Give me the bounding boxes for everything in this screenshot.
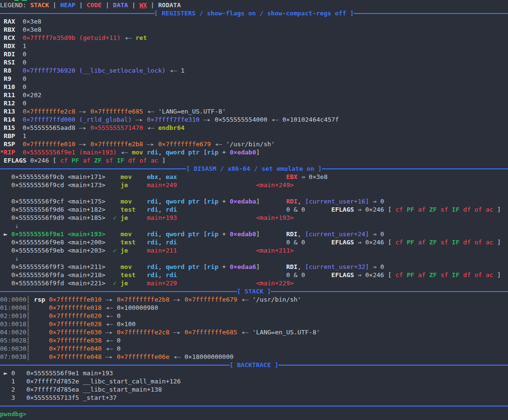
register-name: RCX (4, 34, 15, 41)
registers-section-header: [ REGISTERS / show-flags on / show-compa… (0, 9, 508, 17)
instruction-symbol: <main+185> (68, 214, 105, 221)
register-name: RAX (4, 18, 15, 25)
instruction-address: 0×55555556f9fd (11, 280, 64, 287)
text-segment (136, 239, 147, 246)
text-segment (26, 157, 30, 164)
registers-section-header-title: [ REGISTERS / show-flags on / show-compa… (154, 9, 354, 17)
text-segment: IF (452, 206, 459, 213)
text-segment: IF (452, 271, 459, 279)
instruction-address: 0×55555556f9cb (11, 173, 64, 180)
points-to-arrow-icon: —▸ (169, 329, 184, 336)
text-segment (15, 83, 23, 90)
text-segment: of (474, 239, 482, 246)
text-segment (0, 59, 4, 66)
disasm-row-current: ► 0×55555556f9e1 <main+193> mov rdi, qwo… (0, 230, 508, 238)
stack-offset: 02:0010 (0, 312, 26, 319)
mnemonic: mov (120, 198, 131, 205)
text-segment (0, 26, 4, 33)
text-segment (0, 140, 4, 148)
annotation-register: EBX (286, 173, 297, 180)
text-segment: ZF (429, 271, 437, 279)
backtrace-frame-0: ► 0 0×55555556f9e1 main+193 (0, 369, 508, 377)
text-segment: [ (384, 239, 395, 246)
legend-stack: STACK (30, 1, 49, 9)
frame-symbol: __libc_start_main+138 (83, 386, 162, 393)
text-segment: df (463, 206, 471, 213)
deref-arrow-icon: ◂— (237, 296, 252, 303)
text-segment (15, 100, 23, 107)
annotation-register: EFLAGS (331, 206, 354, 213)
text-segment: rip (207, 149, 218, 156)
text-segment: 0×555555554000 (215, 116, 267, 123)
stack-row-1: 01:0008│ 0×7fffffffe018 ◂— 0×100000980 (0, 304, 508, 312)
text-segment (64, 271, 68, 279)
text-segment: 0×7fffffffe2b8 (117, 296, 170, 303)
stack-divider: │ (26, 353, 30, 360)
text-segment (105, 239, 120, 246)
register-name: R9 (4, 75, 12, 82)
stack-row-0: 00:0000│ rsp 0×7fffffffe010 —▸ 0×7ffffff… (0, 295, 508, 304)
text-segment (414, 206, 418, 213)
text-segment (11, 67, 22, 74)
deref-arrow-icon: ◂— (102, 320, 116, 328)
text-segment: '/usr/bin/sh' (252, 296, 301, 303)
register-name: RBX (4, 26, 15, 33)
register-name: R8 (4, 67, 12, 74)
text-segment: main+249 (147, 181, 177, 189)
separator-rule (0, 365, 229, 366)
backtrace-section-header: [ BACKTRACE ] (0, 361, 508, 369)
disasm-row-main-203: 0×55555556f9eb <main+203> ✓ je main+211 … (0, 246, 508, 255)
points-to-arrow-icon: —▸ (76, 140, 90, 148)
flag-df: df (128, 157, 136, 164)
text-segment (132, 230, 147, 238)
instruction-symbol: <main+175> (68, 198, 105, 205)
text-segment: endbr64 (158, 124, 185, 131)
stack-address: 0×7fffffffe020 (49, 312, 102, 319)
text-segment (305, 239, 331, 246)
text-segment (124, 157, 128, 164)
text-segment: | (76, 1, 87, 9)
backtrace-frame-3: 3 0×5555555713f5 _start+37 (0, 394, 508, 402)
deref-arrow-icon: ◂— (143, 124, 158, 131)
command-prompt[interactable]: pwndbg> (0, 410, 508, 418)
register-row-rdi: RDI 0 (0, 50, 508, 58)
instruction-address: 0×55555556f9d9 (11, 214, 64, 221)
text-segment: [ (384, 206, 395, 213)
text-segment: 0×7ffff7ffe310 (147, 116, 200, 123)
register-value: 0 (23, 83, 26, 90)
text-segment (64, 280, 68, 287)
text-segment (177, 181, 256, 189)
flag-sf: sf (105, 157, 113, 164)
text-segment: ] (256, 198, 260, 205)
deref-arrow-icon: ◂— (165, 67, 180, 74)
instruction-symbol: <main+200> (68, 239, 105, 246)
text-segment (64, 173, 68, 180)
disasm-row-main-171: 0×55555556f9cb <main+171> mov ebx, eax E… (0, 173, 508, 181)
register-name: RBP (4, 132, 15, 140)
text-segment: main+211 (147, 247, 177, 254)
disasm-row-main-211: 0×55555556f9f3 <main+211> mov rdi, qword… (0, 263, 508, 271)
text-segment (15, 124, 23, 131)
text-segment: rdi (147, 239, 158, 246)
text-segment: qword ptr (165, 149, 199, 156)
text-segment (64, 181, 68, 189)
stack-address: 0×7fffffffe030 (49, 329, 102, 336)
text-segment: ] (256, 149, 260, 156)
text-segment (45, 296, 49, 303)
text-segment: 0×7fffffffe06e (117, 353, 170, 360)
deref-arrow-icon: ◂— (143, 108, 158, 115)
text-segment (105, 214, 113, 221)
text-segment: sf (441, 239, 448, 246)
text-segment (260, 198, 286, 205)
prompt-label[interactable]: pwndbg> (0, 410, 26, 418)
text-segment (305, 271, 331, 279)
text-segment: , (158, 271, 166, 279)
text-segment: qword ptr (165, 230, 199, 238)
text-segment (128, 247, 147, 254)
command-input[interactable] (26, 410, 30, 418)
stack-row-5: 05:0028│ 0×7fffffffe038 ◂— 0 (0, 336, 508, 344)
register-value: 1 (23, 42, 26, 50)
register-row-rdx: RDX 1 (0, 42, 508, 50)
text-segment (64, 239, 68, 246)
text-segment (30, 329, 49, 336)
